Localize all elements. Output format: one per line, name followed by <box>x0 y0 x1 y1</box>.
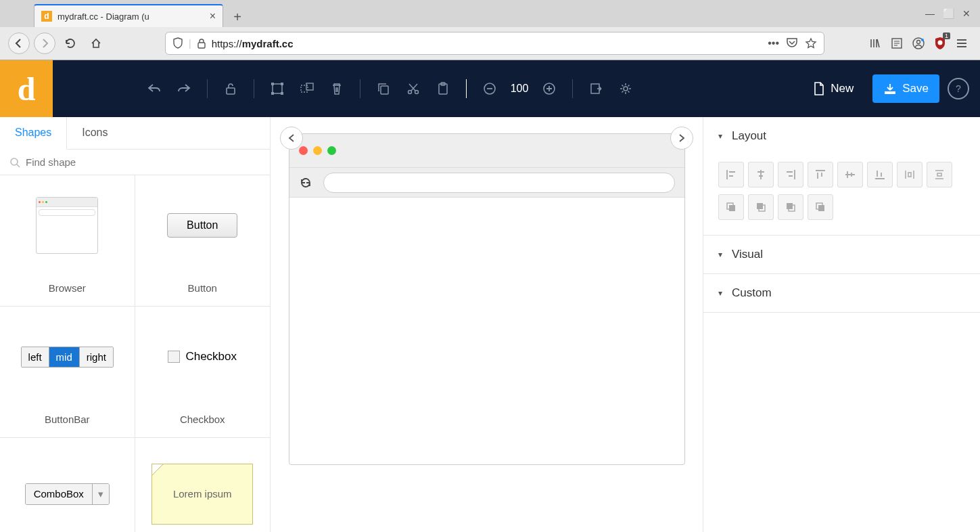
canvas-prev-button[interactable] <box>280 127 303 150</box>
account-icon[interactable] <box>912 37 925 49</box>
artboard-browser[interactable] <box>289 133 685 465</box>
rp-section-visual: ▾ Visual <box>703 236 980 274</box>
svg-rect-11 <box>281 92 283 95</box>
toolbar: 100 <box>53 75 802 102</box>
paste-button[interactable] <box>429 75 457 102</box>
help-button[interactable]: ? <box>948 78 969 99</box>
app-logo[interactable]: d <box>0 60 53 117</box>
rp-section-layout: ▾ Layout <box>703 117 980 236</box>
svg-point-23 <box>11 158 18 165</box>
ungroup-button[interactable] <box>294 75 321 102</box>
canvas-next-button[interactable] <box>670 127 693 150</box>
shape-search-input[interactable] <box>26 156 260 168</box>
chrome-extensions: 1 <box>869 37 972 50</box>
align-left-button[interactable] <box>718 162 744 187</box>
lock-icon[interactable] <box>197 38 206 49</box>
align-right-button[interactable] <box>778 162 803 187</box>
save-button[interactable]: Save <box>872 74 939 103</box>
redo-button[interactable] <box>170 75 197 102</box>
url-bar[interactable]: | https://mydraft.cc ••• <box>165 32 824 55</box>
shape-label: Button <box>188 282 217 299</box>
tab-strip: d mydraft.cc - Diagram (u × + <box>0 0 980 27</box>
undo-button[interactable] <box>141 75 168 102</box>
rp-head-layout[interactable]: ▾ Layout <box>703 117 980 155</box>
shape-item-buttonbar[interactable]: leftmidright ButtonBar <box>0 307 135 438</box>
shapes-grid: Browser Button Button leftmidright Butto… <box>0 175 270 532</box>
rp-head-visual[interactable]: ▾ Visual <box>703 236 980 273</box>
combobox-preview-icon: ComboBox▾ <box>25 483 110 505</box>
chevron-down-icon: ▾ <box>718 131 722 141</box>
tab-close-icon[interactable]: × <box>210 10 216 22</box>
traffic-red-icon <box>299 146 308 155</box>
svg-rect-0 <box>198 43 205 48</box>
distribute-h-button[interactable] <box>897 162 923 187</box>
delete-button[interactable] <box>323 75 350 102</box>
bookmark-star-icon[interactable] <box>805 37 817 49</box>
align-top-button[interactable] <box>808 162 833 187</box>
align-vcenter-button[interactable] <box>837 162 863 187</box>
new-tab-button[interactable]: + <box>227 7 248 27</box>
checkbox-preview-icon: Checkbox <box>168 350 237 363</box>
nav-bar: | https://mydraft.cc ••• 1 <box>0 27 980 60</box>
shape-item-browser[interactable]: Browser <box>0 175 135 307</box>
shape-item-button[interactable]: Button Button <box>135 175 271 307</box>
buttonbar-preview-icon: leftmidright <box>21 347 114 368</box>
chevron-down-icon: ▾ <box>718 250 722 259</box>
window-maximize-icon[interactable]: ⬜ <box>943 8 954 19</box>
export-button[interactable] <box>582 75 609 102</box>
rp-title: Visual <box>732 248 763 261</box>
nav-reload-button[interactable] <box>60 32 81 54</box>
lock-button[interactable] <box>217 75 244 102</box>
rp-title: Custom <box>732 286 772 300</box>
bring-forward-button[interactable] <box>748 194 774 220</box>
tab-shapes[interactable]: Shapes <box>0 117 67 150</box>
artboard-address-input[interactable] <box>323 173 675 193</box>
distribute-v-button[interactable] <box>927 162 952 187</box>
window-close-icon[interactable]: ✕ <box>962 8 971 19</box>
traffic-yellow-icon <box>313 146 322 155</box>
right-panel: ▾ Layout <box>703 117 980 532</box>
zoom-out-button[interactable] <box>476 75 503 102</box>
ublock-icon[interactable]: 1 <box>934 37 946 50</box>
artboard-reload-icon[interactable] <box>299 176 312 190</box>
hamburger-menu-icon[interactable] <box>956 37 968 49</box>
download-icon <box>883 83 897 95</box>
search-icon <box>9 157 20 168</box>
shape-item-checkbox[interactable]: Checkbox Checkbox <box>135 307 271 438</box>
app-body: Shapes Icons Browser Button Button leftm… <box>0 117 980 532</box>
shape-item-combobox[interactable]: ComboBox▾ <box>0 438 135 532</box>
copy-button[interactable] <box>370 75 397 102</box>
nav-home-button[interactable] <box>85 32 107 54</box>
left-panel-tabs: Shapes Icons <box>0 117 270 150</box>
favicon-icon: d <box>41 11 52 22</box>
bring-front-button[interactable] <box>718 194 744 220</box>
tracking-shield-icon[interactable] <box>172 37 183 49</box>
send-backward-button[interactable] <box>778 194 803 220</box>
library-icon[interactable] <box>869 37 881 49</box>
new-button[interactable]: New <box>802 74 864 103</box>
align-hcenter-button[interactable] <box>748 162 774 187</box>
align-bottom-button[interactable] <box>867 162 893 187</box>
tab-icons[interactable]: Icons <box>67 117 122 149</box>
zoom-in-button[interactable] <box>536 75 563 102</box>
nav-back-button[interactable] <box>8 32 30 54</box>
pocket-icon[interactable] <box>786 37 798 49</box>
align-row-1 <box>718 162 965 187</box>
browser-tab[interactable]: d mydraft.cc - Diagram (u × <box>34 4 223 27</box>
svg-point-3 <box>917 41 920 44</box>
settings-button[interactable] <box>612 75 639 102</box>
svg-rect-14 <box>381 86 388 94</box>
more-icon[interactable]: ••• <box>768 37 779 49</box>
artboard-titlebar <box>289 134 684 168</box>
window-minimize-icon[interactable]: — <box>925 8 935 19</box>
group-button[interactable] <box>264 75 291 102</box>
shape-item-comment[interactable]: Lorem ipsum <box>135 438 271 532</box>
nav-forward-button[interactable] <box>34 32 55 54</box>
send-back-button[interactable] <box>808 194 833 220</box>
rp-head-custom[interactable]: ▾ Custom <box>703 274 980 312</box>
reader-icon[interactable] <box>891 37 903 49</box>
save-label: Save <box>902 82 929 95</box>
svg-rect-6 <box>227 88 235 94</box>
cut-button[interactable] <box>400 75 427 102</box>
canvas-scroll[interactable] <box>271 117 703 532</box>
